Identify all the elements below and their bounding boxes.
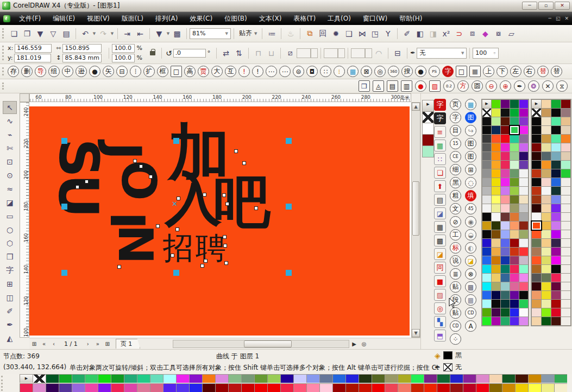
smart-fill-tool[interactable]: ◪	[3, 196, 17, 209]
color-swatch[interactable]	[532, 135, 541, 143]
crop-tool[interactable]: ⊡	[3, 155, 17, 168]
add-page-after-button[interactable]: ⊞	[103, 339, 112, 349]
color-swatch[interactable]	[551, 265, 561, 273]
color-swatch[interactable]	[59, 384, 72, 392]
color-swatch[interactable]	[510, 308, 519, 317]
color-swatch[interactable]	[519, 308, 528, 317]
color-swatch[interactable]	[532, 204, 541, 212]
mdi-restore-button[interactable]: ◱	[556, 16, 561, 21]
color-swatch[interactable]	[510, 143, 519, 151]
docker-icon-1[interactable]: 字	[450, 112, 461, 123]
color-swatch[interactable]	[482, 308, 491, 317]
color-swatch[interactable]	[510, 100, 519, 108]
color-swatch[interactable]	[482, 117, 491, 125]
color-swatch[interactable]	[492, 143, 500, 151]
color-swatch[interactable]	[294, 384, 306, 392]
color-swatch[interactable]	[542, 143, 551, 151]
docker-icon-5[interactable]: ❏	[434, 167, 446, 179]
color-swatch[interactable]	[437, 375, 450, 383]
color-swatch[interactable]	[542, 135, 551, 143]
color-swatch[interactable]	[492, 300, 500, 308]
selection-handle[interactable]	[173, 138, 179, 144]
plugin-icon-1[interactable]: 删	[21, 66, 33, 77]
color-swatch[interactable]	[551, 195, 561, 204]
color-swatch[interactable]	[203, 384, 215, 392]
color-swatch[interactable]	[333, 375, 345, 383]
pick-tool[interactable]: ↖	[3, 101, 17, 114]
artwork-letter[interactable]: J	[104, 142, 143, 160]
color-swatch[interactable]	[519, 178, 528, 186]
plugin-icon-27[interactable]: ◎	[374, 66, 386, 77]
mdi-close-button[interactable]: ✕	[564, 16, 569, 21]
color-swatch[interactable]	[529, 375, 541, 383]
welcome-screen-button[interactable]: ▩	[171, 27, 184, 40]
color-swatch[interactable]	[255, 375, 267, 383]
curve-node[interactable]	[234, 149, 238, 153]
color-swatch[interactable]	[529, 384, 541, 392]
vertical-scroll-thumb[interactable]	[412, 181, 419, 236]
color-swatch[interactable]	[551, 204, 561, 212]
color-swatch[interactable]	[542, 204, 551, 212]
color-swatch[interactable]	[98, 384, 111, 392]
horizontal-scrollbar[interactable]	[173, 340, 349, 348]
color-swatch[interactable]	[450, 384, 463, 392]
color-swatch[interactable]	[190, 375, 202, 383]
polygon-tool[interactable]: ⬡	[3, 237, 17, 250]
docker-icon-0[interactable]: 页	[450, 99, 461, 110]
curve-node[interactable]	[175, 227, 179, 231]
color-swatch[interactable]	[551, 300, 561, 308]
curve-node[interactable]	[149, 175, 153, 179]
curve-node[interactable]	[76, 185, 79, 189]
style-dropdown-2[interactable]	[324, 48, 338, 58]
color-swatch[interactable]	[519, 282, 528, 290]
color-swatch[interactable]	[482, 248, 491, 256]
docker-icon-0[interactable]: ▦	[465, 99, 476, 110]
contour-button[interactable]: 回	[316, 27, 329, 40]
color-swatch[interactable]	[532, 178, 541, 186]
color-swatch[interactable]	[476, 375, 489, 383]
color-swatch[interactable]	[510, 187, 519, 195]
scroll-up-button[interactable]: ▲	[412, 103, 420, 111]
docker-icon-12[interactable]: 说	[450, 255, 461, 267]
dropdown-arrow[interactable]: ▼	[166, 27, 171, 40]
color-swatch[interactable]	[532, 274, 541, 282]
selection-handle[interactable]	[286, 138, 292, 144]
plugin-icon-28[interactable]: 360	[388, 66, 399, 77]
color-swatch[interactable]	[492, 117, 500, 125]
color-swatch[interactable]	[510, 126, 519, 134]
plugin-icon-5[interactable]: 逊	[76, 66, 87, 77]
color-swatch[interactable]	[164, 384, 176, 392]
color-swatch[interactable]	[561, 117, 570, 125]
color-swatch[interactable]	[551, 317, 561, 325]
docker-icon-12[interactable]: 同	[434, 262, 446, 274]
plugin-icon-13[interactable]: 高	[184, 66, 196, 77]
docker-icon-1[interactable]: 字	[434, 112, 446, 124]
color-swatch[interactable]	[501, 161, 510, 169]
color-swatch[interactable]	[510, 135, 519, 143]
color-swatch[interactable]	[482, 187, 491, 195]
color-swatch[interactable]	[85, 375, 98, 383]
envelope-button[interactable]: ⋈	[355, 27, 368, 40]
docker-icon-10[interactable]: ◒	[465, 229, 476, 241]
cascade-button[interactable]: ⧉	[303, 27, 316, 40]
color-swatch[interactable]	[542, 274, 551, 282]
curve-node[interactable]	[200, 264, 204, 268]
color-swatch[interactable]	[46, 384, 59, 392]
color-swatch[interactable]	[482, 169, 491, 178]
object-height-field[interactable]: 85.843 mm	[62, 54, 102, 62]
color-swatch[interactable]	[551, 109, 561, 117]
color-swatch[interactable]	[532, 239, 541, 247]
plugin-icon-39[interactable]: 替	[537, 66, 549, 77]
color-swatch[interactable]	[561, 100, 570, 108]
color-swatch[interactable]	[492, 230, 500, 238]
color-swatch[interactable]	[551, 187, 561, 195]
color-swatch[interactable]	[510, 161, 519, 169]
color-swatch[interactable]	[203, 375, 215, 383]
lock-button[interactable]: ⧈	[466, 27, 479, 40]
color-swatch[interactable]	[532, 169, 541, 178]
docker-icon-14[interactable]: ▩	[465, 281, 476, 293]
color-swatch[interactable]	[482, 152, 491, 160]
color-swatch[interactable]	[542, 300, 551, 308]
color-swatch[interactable]	[542, 375, 554, 383]
color-swatch[interactable]	[501, 300, 510, 308]
